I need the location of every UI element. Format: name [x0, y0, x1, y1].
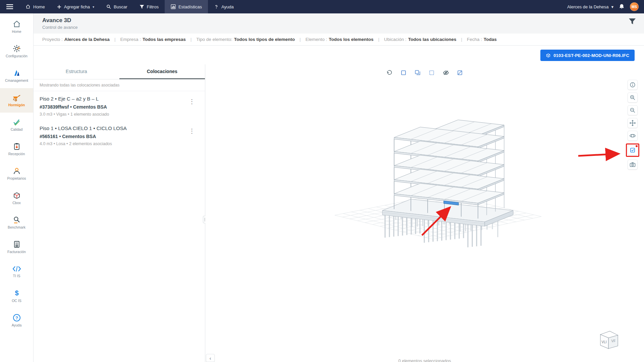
- nav-estadisticas[interactable]: Estadísticas: [165, 0, 208, 13]
- sidebar-item-ti-is[interactable]: TI IS: [0, 259, 33, 284]
- menu-hamburger-icon[interactable]: [0, 0, 19, 13]
- info-button[interactable]: [628, 80, 638, 90]
- chevron-down-icon: ▾: [611, 4, 613, 9]
- section-box-button[interactable]: [454, 68, 465, 77]
- sidebar-item-calidad[interactable]: Calidad: [0, 113, 33, 137]
- person-icon: [13, 167, 21, 175]
- chevron-left-icon: ‹: [210, 355, 211, 361]
- reset-rotation-button[interactable]: [384, 68, 395, 77]
- nav-buscar[interactable]: Buscar: [100, 0, 133, 13]
- notification-dot: [636, 145, 638, 147]
- avatar[interactable]: MS: [630, 2, 639, 11]
- placement-title: Piso 2 • Eje C – a2 y B – L: [40, 96, 199, 102]
- filter-label: Elemento :: [306, 37, 327, 42]
- filter-icon: [140, 5, 144, 9]
- list-item[interactable]: Piso 1 • LOSA CIELO 1 • CICLO LOSA #5651…: [34, 121, 205, 150]
- filter-value[interactable]: Todos los elementos: [329, 37, 373, 42]
- list-item[interactable]: Piso 2 • Eje C – a2 y B – L #373839ffwsf…: [34, 91, 205, 121]
- filter-label: Proyecto :: [42, 37, 63, 42]
- sidebar-item-oc-is[interactable]: $ OC IS: [0, 284, 33, 308]
- plus-icon: [57, 5, 61, 9]
- placement-subtitle: #373839ffwsf • Cementos BSA: [40, 104, 199, 110]
- zoom-out-icon: [630, 107, 636, 113]
- cmanagement-logo-icon: [13, 69, 21, 77]
- filter-value[interactable]: Todos las empresas: [143, 37, 186, 42]
- filter-value[interactable]: Todos las ubicaciones: [408, 37, 457, 42]
- viewer-side-toolbar: [626, 80, 639, 170]
- eye-off-icon: [443, 70, 449, 76]
- sidebar-item-home[interactable]: Home: [0, 15, 33, 39]
- placement-subtitle: #565161 • Cementos BSA: [40, 134, 199, 139]
- magnifier-pencil-icon: [13, 216, 21, 224]
- header-filter-button[interactable]: [629, 18, 636, 26]
- orbit-button[interactable]: [628, 131, 638, 141]
- info-icon: [630, 82, 636, 88]
- bell-icon[interactable]: [619, 4, 625, 10]
- dashed-square-icon: [429, 70, 435, 76]
- zoom-in-button[interactable]: [628, 93, 638, 103]
- clipboard-arrow-icon: [13, 142, 21, 150]
- view-cube[interactable]: VLI VF: [596, 326, 622, 353]
- nav-filtros[interactable]: Filtros: [133, 0, 165, 13]
- viewer-3d[interactable]: VLI VF ‹ 0 elementos seleccionados: [205, 64, 644, 362]
- sidebar-item-hormigon[interactable]: Hormigón: [0, 88, 33, 113]
- filter-value[interactable]: Todas: [484, 37, 497, 42]
- sidebar-item-facturacion[interactable]: Facturación: [0, 235, 33, 259]
- move-icon: [630, 120, 636, 126]
- tab-estructura[interactable]: Estructura: [34, 64, 119, 79]
- kebab-menu-icon[interactable]: ⋮: [189, 99, 195, 105]
- kebab-menu-icon[interactable]: ⋮: [189, 128, 195, 134]
- code-icon: [12, 265, 21, 273]
- ifc-file-button[interactable]: 0103-EST-PE-002-MOD-UNI-R06.IFC: [540, 50, 635, 61]
- marquee-select-button[interactable]: [426, 68, 437, 77]
- viewer-toolbar: [384, 68, 465, 77]
- tab-colocaciones[interactable]: Colocaciones: [119, 64, 205, 79]
- cube-face-label: VF: [611, 339, 616, 343]
- filter-value[interactable]: Todos los tipos de elemento: [234, 37, 295, 42]
- project-selector[interactable]: Alerces de la Dehesa ▾: [567, 4, 613, 9]
- filter-label: Empresa :: [120, 37, 141, 42]
- sidebar-item-recepcion[interactable]: Recepción: [0, 137, 33, 162]
- filter-label: Tipo de elemento:: [196, 37, 232, 42]
- sidebar-item-cmanagement[interactable]: Cmanagement: [0, 64, 33, 88]
- content: 0103-EST-PE-002-MOD-UNI-R06.IFC Estructu…: [34, 46, 644, 362]
- sidebar-item-cbox[interactable]: Cbox: [0, 186, 33, 210]
- nav-agregar-ficha[interactable]: Agregar ficha ▾: [51, 0, 100, 13]
- orbit-cube-icon: [630, 133, 636, 139]
- nav-ayuda[interactable]: Ayuda: [208, 0, 240, 13]
- sidebar-item-benchmark[interactable]: Benchmark: [0, 210, 33, 235]
- help-icon: [214, 4, 219, 9]
- checkbox-icon: [630, 147, 636, 153]
- top-navigation: Home Agregar ficha ▾ Buscar Filtros Esta…: [0, 0, 644, 13]
- pan-button[interactable]: [628, 118, 638, 128]
- collapse-panel-button[interactable]: ‹: [206, 354, 215, 362]
- zoom-in-icon: [630, 95, 636, 101]
- progress-check-button[interactable]: [628, 145, 638, 155]
- invoice-icon: [13, 240, 21, 248]
- sidebar-item-ayuda[interactable]: ? Ayuda: [0, 308, 33, 333]
- double-check-icon: [13, 118, 21, 126]
- svg-text:$: $: [15, 289, 18, 297]
- sidebar-item-configuracion[interactable]: Configuración: [0, 39, 33, 64]
- zoom-out-button[interactable]: [628, 105, 638, 115]
- nav-home[interactable]: Home: [19, 0, 51, 13]
- layers-button[interactable]: [412, 68, 423, 77]
- home-icon: [13, 20, 21, 28]
- select-box-button[interactable]: [398, 68, 409, 77]
- building-model[interactable]: [332, 114, 543, 261]
- page-header: Avance 3D Control de avance: [34, 13, 644, 34]
- bar-chart-icon: [171, 4, 176, 9]
- page-subtitle: Control de avance: [42, 25, 78, 30]
- hide-elements-button[interactable]: [440, 68, 451, 77]
- cube-face-label: VLI: [601, 340, 606, 344]
- filters-bar: Proyecto :Alerces de la Dehesa| Empresa …: [34, 34, 644, 46]
- filter-icon: [629, 18, 636, 25]
- sidebar-item-propietarios[interactable]: Propietarios: [0, 162, 33, 186]
- panel-tabs: Estructura Colocaciones: [34, 64, 205, 79]
- filter-value[interactable]: Alerces de la Dehesa: [64, 37, 110, 42]
- box-icon: [13, 191, 21, 199]
- screenshot-button[interactable]: [628, 160, 638, 170]
- home-icon: [25, 4, 31, 9]
- placement-title: Piso 1 • LOSA CIELO 1 • CICLO LOSA: [40, 125, 199, 131]
- clip-square-icon: [457, 70, 463, 76]
